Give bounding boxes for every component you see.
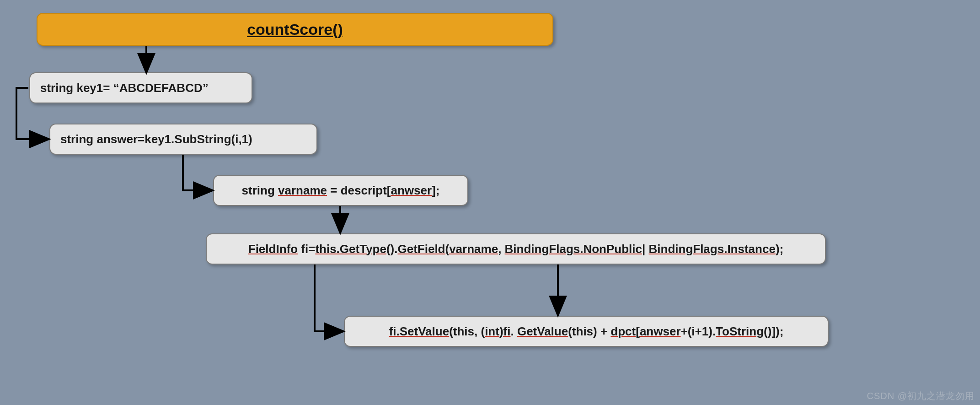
- step-fieldinfo: FieldInfo fi=this.GetType().GetField(var…: [206, 233, 826, 265]
- step-key1: string key1= “ABCDEFABCD”: [29, 72, 252, 103]
- step-setvalue: fi.SetValue(this, (int)fi. GetValue(this…: [344, 316, 829, 347]
- step-fieldinfo-text: FieldInfo fi=this.GetType().GetField(var…: [248, 242, 783, 256]
- arrow-n2-n3: [183, 155, 211, 190]
- step-key1-text: string key1= “ABCDEFABCD”: [40, 81, 209, 95]
- step-answer-text: string answer=key1.SubString(i,1): [60, 132, 252, 146]
- step-answer: string answer=key1.SubString(i,1): [49, 124, 317, 155]
- function-title: countScore(): [37, 13, 553, 46]
- step-setvalue-text: fi.SetValue(this, (int)fi. GetValue(this…: [389, 324, 784, 339]
- title-text: countScore(): [247, 21, 343, 38]
- arrow-n4-n5: [315, 265, 342, 331]
- step-varname-text: string varname = descript[anwser];: [242, 184, 440, 198]
- watermark: CSDN @初九之潜龙勿用: [867, 390, 975, 402]
- step-varname: string varname = descript[anwser];: [213, 175, 468, 206]
